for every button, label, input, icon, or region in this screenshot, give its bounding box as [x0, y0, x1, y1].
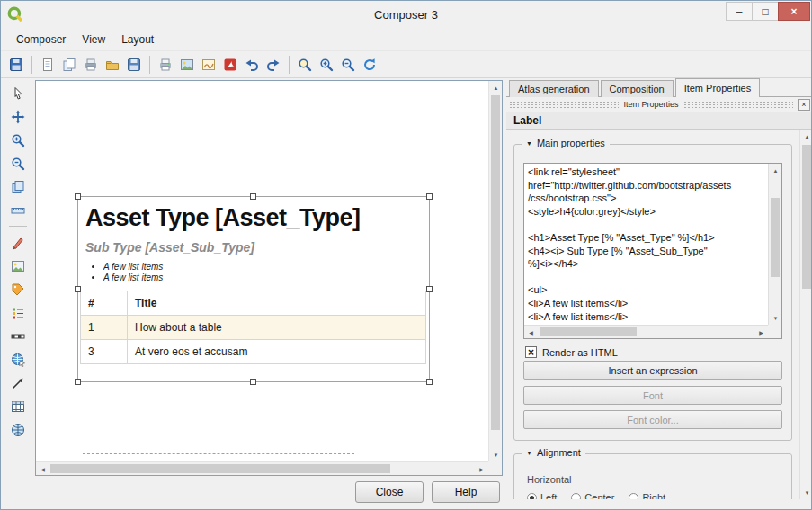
scroll-right-icon[interactable]: ▶ [754, 326, 768, 339]
scroll-up-icon[interactable]: ▲ [800, 130, 812, 143]
scroll-left-icon[interactable]: ◀ [36, 462, 49, 476]
editor-horizontal-scrollbar[interactable]: ◀ ▶ [524, 325, 768, 338]
font-color-button[interactable]: Font color... [523, 410, 782, 429]
new-composer-icon[interactable] [37, 54, 58, 76]
zoom-in-tool-icon[interactable] [6, 130, 30, 150]
scrollbar-corner [768, 325, 781, 338]
render-as-html-checkbox[interactable]: × [525, 346, 537, 358]
add-attribute-table-icon[interactable] [6, 396, 30, 416]
resize-handle[interactable] [426, 379, 433, 385]
label-text-editor[interactable]: <link rel="stylesheet" href="http://twit… [523, 163, 782, 339]
canvas-vertical-scrollbar[interactable]: ▲ ▼ [488, 81, 502, 461]
refresh-view-icon[interactable] [359, 54, 380, 76]
radio-icon[interactable] [527, 493, 537, 500]
scroll-left-icon[interactable]: ◀ [524, 326, 538, 339]
toolbar-separator [9, 226, 27, 227]
add-label-icon[interactable] [6, 279, 30, 300]
window-title: Composer 3 [1, 8, 811, 22]
scroll-up-icon[interactable]: ▲ [489, 81, 503, 94]
save-template-icon[interactable] [123, 54, 145, 76]
menu-composer[interactable]: Composer [8, 31, 74, 49]
insert-expression-button[interactable]: Insert an expression [523, 361, 782, 380]
list-item: A few list items [103, 273, 429, 282]
scrollbar-thumb[interactable] [771, 198, 780, 277]
scrollbar-thumb[interactable] [802, 145, 811, 289]
zoom-full-icon[interactable] [294, 54, 316, 76]
label-html-source[interactable]: <link rel="stylesheet" href="http://twit… [528, 166, 766, 323]
zoom-out-tool-icon[interactable] [6, 153, 30, 174]
add-legend-icon[interactable] [6, 302, 30, 323]
dock-titlebar[interactable]: Item Properties × [506, 97, 812, 112]
canvas-page[interactable]: Asset Type [Asset_Type] Sub Type [Asset_… [36, 81, 488, 461]
font-button[interactable]: Font [523, 386, 782, 405]
label-item[interactable]: Asset Type [Asset_Type] Sub Type [Asset_… [77, 196, 430, 382]
alignment-group-title[interactable]: ▼ Alignment [522, 447, 585, 458]
resize-handle[interactable] [426, 286, 433, 292]
toolbar-separator [149, 56, 150, 74]
menu-layout[interactable]: Layout [113, 31, 162, 49]
align-center-option[interactable]: Center [571, 492, 614, 499]
radio-icon[interactable] [629, 493, 638, 500]
print-icon[interactable] [155, 54, 176, 76]
main-properties-group-title[interactable]: ▼ Main properties [522, 138, 610, 148]
add-image-icon[interactable] [6, 255, 30, 276]
move-item-content-icon[interactable] [6, 106, 30, 127]
composition-canvas[interactable]: Asset Type [Asset_Type] Sub Type [Asset_… [35, 80, 503, 476]
load-template-icon[interactable] [102, 54, 123, 76]
dock-close-icon[interactable]: × [798, 99, 810, 111]
save-project-icon[interactable] [5, 54, 27, 76]
export-pdf-icon[interactable] [219, 54, 241, 76]
radio-icon[interactable] [571, 493, 581, 500]
add-scalebar-icon[interactable] [6, 326, 30, 346]
add-shape-icon[interactable] [6, 232, 30, 253]
resize-handle[interactable] [250, 193, 256, 200]
resize-handle[interactable] [75, 193, 81, 200]
properties-panel: Atlas generation Composition Item Proper… [506, 78, 812, 499]
export-svg-icon[interactable] [198, 54, 219, 76]
select-move-item-icon[interactable] [6, 83, 30, 103]
align-right-option[interactable]: Right [629, 492, 665, 499]
close-button[interactable]: Close [355, 481, 424, 503]
zoom-out-icon[interactable] [337, 54, 359, 76]
resize-handle[interactable] [426, 193, 433, 200]
canvas-horizontal-scrollbar[interactable]: ◀ ▶ [36, 461, 488, 475]
close-window-button[interactable]: × [778, 2, 810, 21]
add-new-map-icon[interactable] [6, 176, 30, 197]
horizontal-label: Horizontal [527, 474, 572, 485]
redo-icon[interactable] [263, 54, 284, 76]
resize-handle[interactable] [75, 286, 81, 292]
minimize-button[interactable]: – [726, 2, 753, 21]
dock-handle-texture [683, 101, 793, 109]
titlebar: Composer 3 – □ × [1, 1, 811, 28]
table-cell-title: At vero eos et accusam [128, 340, 426, 364]
align-left-option[interactable]: Left [527, 492, 557, 499]
scroll-down-icon[interactable]: ▼ [800, 486, 812, 499]
editor-vertical-scrollbar[interactable]: ▲ ▼ [768, 164, 781, 325]
tab-item-properties[interactable]: Item Properties [675, 78, 761, 97]
help-button[interactable]: Help [432, 481, 500, 503]
resize-handle[interactable] [75, 379, 81, 385]
scrollbar-thumb[interactable] [540, 327, 637, 336]
panel-vertical-scrollbar[interactable]: ▲ ▼ [799, 130, 812, 499]
ruler-icon[interactable] [6, 200, 30, 220]
scroll-right-icon[interactable]: ▶ [475, 462, 488, 476]
add-html-frame-icon[interactable] [6, 419, 30, 440]
scroll-up-icon[interactable]: ▲ [769, 164, 782, 177]
scrollbar-thumb[interactable] [491, 95, 500, 430]
scroll-down-icon[interactable]: ▼ [769, 311, 782, 325]
scrollbar-thumb[interactable] [50, 464, 390, 473]
resize-handle[interactable] [250, 379, 256, 385]
tab-composition[interactable]: Composition [601, 80, 674, 97]
group-title-text: Alignment [537, 447, 581, 458]
add-arrow-icon[interactable] [6, 372, 30, 393]
maximize-button[interactable]: □ [752, 2, 779, 21]
zoom-in-icon[interactable] [316, 54, 337, 76]
duplicate-composer-icon[interactable] [58, 54, 80, 76]
add-map-globe-icon[interactable] [6, 349, 30, 370]
export-image-icon[interactable] [176, 54, 198, 76]
tab-atlas-generation[interactable]: Atlas generation [509, 80, 599, 97]
composer-manager-icon[interactable] [80, 54, 102, 76]
scroll-down-icon[interactable]: ▼ [489, 448, 503, 461]
menu-view[interactable]: View [74, 31, 113, 49]
undo-icon[interactable] [241, 54, 263, 76]
